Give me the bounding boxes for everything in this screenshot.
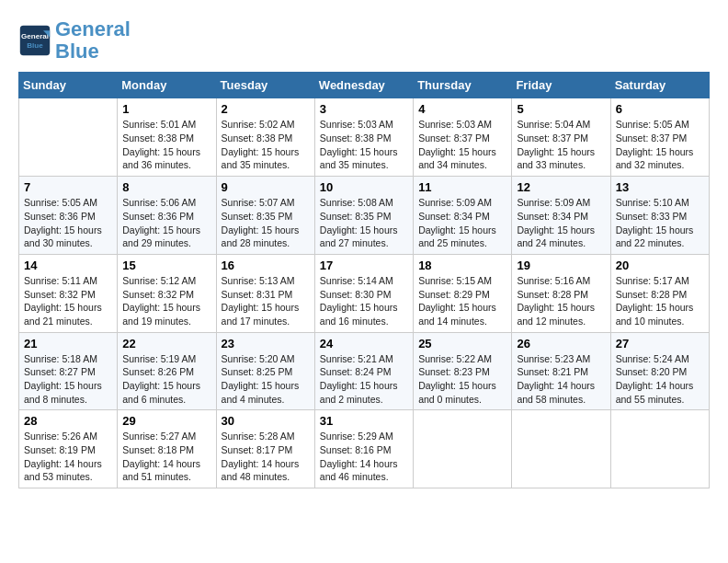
calendar-cell: 7Sunrise: 5:05 AM Sunset: 8:36 PM Daylig… <box>19 177 118 255</box>
day-info: Sunrise: 5:12 AM Sunset: 8:32 PM Dayligh… <box>122 274 210 328</box>
week-row-1: 1Sunrise: 5:01 AM Sunset: 8:38 PM Daylig… <box>19 98 710 177</box>
calendar-cell <box>19 98 118 177</box>
day-info: Sunrise: 5:09 AM Sunset: 8:34 PM Dayligh… <box>517 196 605 250</box>
day-info: Sunrise: 5:03 AM Sunset: 8:38 PM Dayligh… <box>320 118 408 172</box>
day-info: Sunrise: 5:19 AM Sunset: 8:26 PM Dayligh… <box>122 352 210 407</box>
day-number: 4 <box>418 102 506 116</box>
day-info: Sunrise: 5:06 AM Sunset: 8:36 PM Dayligh… <box>122 196 210 250</box>
day-number: 30 <box>222 414 310 428</box>
day-info: Sunrise: 5:21 AM Sunset: 8:24 PM Dayligh… <box>320 352 408 407</box>
day-info: Sunrise: 5:28 AM Sunset: 8:17 PM Dayligh… <box>222 430 310 484</box>
calendar-cell: 31Sunrise: 5:29 AM Sunset: 8:16 PM Dayli… <box>314 410 413 488</box>
day-info: Sunrise: 5:16 AM Sunset: 8:28 PM Dayligh… <box>517 274 605 328</box>
logo-icon: General Blue <box>18 24 51 57</box>
day-info: Sunrise: 5:05 AM Sunset: 8:37 PM Dayligh… <box>616 118 704 172</box>
calendar-cell: 2Sunrise: 5:02 AM Sunset: 8:38 PM Daylig… <box>216 98 314 177</box>
day-header-saturday: Saturday <box>610 73 709 98</box>
day-number: 8 <box>122 180 210 194</box>
day-number: 17 <box>320 259 408 272</box>
day-info: Sunrise: 5:14 AM Sunset: 8:30 PM Dayligh… <box>320 274 408 328</box>
day-number: 27 <box>616 337 704 350</box>
day-info: Sunrise: 5:17 AM Sunset: 8:28 PM Dayligh… <box>616 274 704 328</box>
day-number: 9 <box>222 180 310 194</box>
day-info: Sunrise: 5:23 AM Sunset: 8:21 PM Dayligh… <box>517 352 605 407</box>
day-number: 12 <box>517 180 605 194</box>
day-info: Sunrise: 5:18 AM Sunset: 8:27 PM Dayligh… <box>24 352 112 407</box>
calendar-cell: 5Sunrise: 5:04 AM Sunset: 8:37 PM Daylig… <box>512 98 610 177</box>
calendar-cell <box>512 410 610 488</box>
day-number: 20 <box>616 259 704 272</box>
svg-text:General: General <box>21 32 49 40</box>
day-info: Sunrise: 5:09 AM Sunset: 8:34 PM Dayligh… <box>418 196 506 250</box>
day-number: 16 <box>222 259 310 272</box>
day-number: 5 <box>517 102 605 116</box>
day-info: Sunrise: 5:07 AM Sunset: 8:35 PM Dayligh… <box>222 196 310 250</box>
day-info: Sunrise: 5:05 AM Sunset: 8:36 PM Dayligh… <box>24 196 112 250</box>
day-number: 24 <box>320 337 408 350</box>
day-number: 22 <box>122 337 210 350</box>
day-info: Sunrise: 5:01 AM Sunset: 8:38 PM Dayligh… <box>122 118 210 172</box>
day-number: 13 <box>616 180 704 194</box>
calendar-cell: 25Sunrise: 5:22 AM Sunset: 8:23 PM Dayli… <box>414 332 512 410</box>
calendar-cell: 18Sunrise: 5:15 AM Sunset: 8:29 PM Dayli… <box>414 254 512 332</box>
day-number: 25 <box>418 337 506 350</box>
logo: General Blue GeneralBlue <box>18 18 131 63</box>
week-row-5: 28Sunrise: 5:26 AM Sunset: 8:19 PM Dayli… <box>19 410 710 488</box>
day-number: 31 <box>320 414 408 428</box>
calendar-cell: 12Sunrise: 5:09 AM Sunset: 8:34 PM Dayli… <box>512 177 610 255</box>
calendar-cell: 24Sunrise: 5:21 AM Sunset: 8:24 PM Dayli… <box>314 332 413 410</box>
calendar-cell: 19Sunrise: 5:16 AM Sunset: 8:28 PM Dayli… <box>512 254 610 332</box>
day-number: 19 <box>517 259 605 272</box>
day-info: Sunrise: 5:24 AM Sunset: 8:20 PM Dayligh… <box>616 352 704 407</box>
day-number: 1 <box>122 102 210 116</box>
calendar-cell: 10Sunrise: 5:08 AM Sunset: 8:35 PM Dayli… <box>314 177 413 255</box>
calendar-cell: 8Sunrise: 5:06 AM Sunset: 8:36 PM Daylig… <box>118 177 216 255</box>
calendar-cell: 9Sunrise: 5:07 AM Sunset: 8:35 PM Daylig… <box>216 177 314 255</box>
calendar-cell: 30Sunrise: 5:28 AM Sunset: 8:17 PM Dayli… <box>216 410 314 488</box>
day-number: 11 <box>418 180 506 194</box>
day-info: Sunrise: 5:04 AM Sunset: 8:37 PM Dayligh… <box>517 118 605 172</box>
day-info: Sunrise: 5:29 AM Sunset: 8:16 PM Dayligh… <box>320 430 408 484</box>
week-row-2: 7Sunrise: 5:05 AM Sunset: 8:36 PM Daylig… <box>19 177 710 255</box>
calendar-cell: 6Sunrise: 5:05 AM Sunset: 8:37 PM Daylig… <box>610 98 709 177</box>
calendar-cell: 27Sunrise: 5:24 AM Sunset: 8:20 PM Dayli… <box>610 332 709 410</box>
day-number: 23 <box>222 337 310 350</box>
page-header: General Blue GeneralBlue <box>18 18 710 63</box>
logo-text: GeneralBlue <box>55 18 131 63</box>
day-number: 2 <box>222 102 310 116</box>
day-info: Sunrise: 5:13 AM Sunset: 8:31 PM Dayligh… <box>222 274 310 328</box>
calendar-cell: 29Sunrise: 5:27 AM Sunset: 8:18 PM Dayli… <box>118 410 216 488</box>
calendar-cell: 21Sunrise: 5:18 AM Sunset: 8:27 PM Dayli… <box>19 332 118 410</box>
calendar-cell <box>414 410 512 488</box>
day-info: Sunrise: 5:15 AM Sunset: 8:29 PM Dayligh… <box>418 274 506 328</box>
calendar-cell: 17Sunrise: 5:14 AM Sunset: 8:30 PM Dayli… <box>314 254 413 332</box>
day-number: 3 <box>320 102 408 116</box>
day-header-monday: Monday <box>118 73 216 98</box>
day-header-tuesday: Tuesday <box>216 73 314 98</box>
day-info: Sunrise: 5:22 AM Sunset: 8:23 PM Dayligh… <box>418 352 506 407</box>
calendar-cell: 13Sunrise: 5:10 AM Sunset: 8:33 PM Dayli… <box>610 177 709 255</box>
calendar-cell: 16Sunrise: 5:13 AM Sunset: 8:31 PM Dayli… <box>216 254 314 332</box>
day-number: 28 <box>24 414 112 428</box>
day-header-wednesday: Wednesday <box>314 73 413 98</box>
day-header-thursday: Thursday <box>414 73 512 98</box>
day-number: 29 <box>122 414 210 428</box>
day-info: Sunrise: 5:02 AM Sunset: 8:38 PM Dayligh… <box>222 118 310 172</box>
day-number: 6 <box>616 102 704 116</box>
week-row-4: 21Sunrise: 5:18 AM Sunset: 8:27 PM Dayli… <box>19 332 710 410</box>
day-info: Sunrise: 5:27 AM Sunset: 8:18 PM Dayligh… <box>122 430 210 484</box>
calendar-cell: 28Sunrise: 5:26 AM Sunset: 8:19 PM Dayli… <box>19 410 118 488</box>
calendar-cell: 22Sunrise: 5:19 AM Sunset: 8:26 PM Dayli… <box>118 332 216 410</box>
day-number: 14 <box>24 259 112 272</box>
calendar-cell: 4Sunrise: 5:03 AM Sunset: 8:37 PM Daylig… <box>414 98 512 177</box>
day-info: Sunrise: 5:10 AM Sunset: 8:33 PM Dayligh… <box>616 196 704 250</box>
day-info: Sunrise: 5:26 AM Sunset: 8:19 PM Dayligh… <box>24 430 112 484</box>
calendar-cell: 23Sunrise: 5:20 AM Sunset: 8:25 PM Dayli… <box>216 332 314 410</box>
calendar-cell: 1Sunrise: 5:01 AM Sunset: 8:38 PM Daylig… <box>118 98 216 177</box>
calendar-cell: 3Sunrise: 5:03 AM Sunset: 8:38 PM Daylig… <box>314 98 413 177</box>
calendar-cell <box>610 410 709 488</box>
day-header-sunday: Sunday <box>19 73 118 98</box>
day-number: 18 <box>418 259 506 272</box>
calendar-cell: 11Sunrise: 5:09 AM Sunset: 8:34 PM Dayli… <box>414 177 512 255</box>
calendar-cell: 14Sunrise: 5:11 AM Sunset: 8:32 PM Dayli… <box>19 254 118 332</box>
